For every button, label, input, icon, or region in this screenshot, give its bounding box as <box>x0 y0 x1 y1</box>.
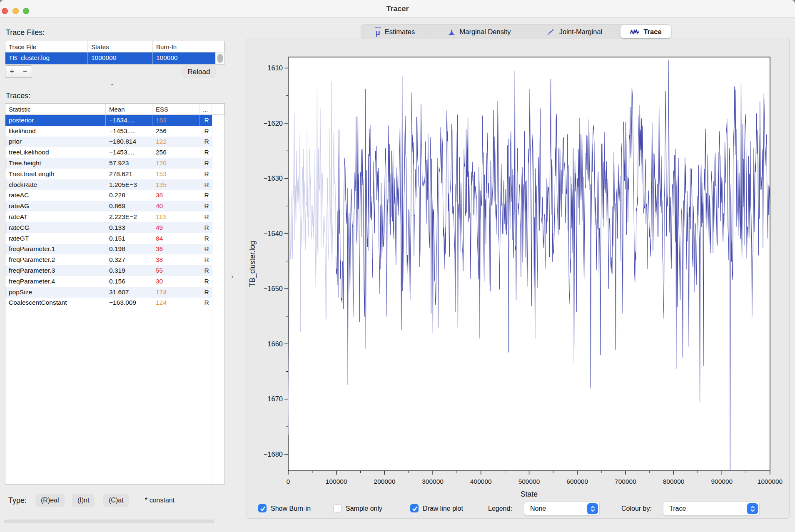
statistic-cell: rateCG <box>5 224 106 231</box>
table-row[interactable]: freqParameter.10.19836R <box>5 244 212 255</box>
x-axis-label: State <box>521 490 538 498</box>
column-header[interactable]: Trace File <box>5 41 88 52</box>
mean-cell: −1634.... <box>106 115 152 126</box>
vertical-scrollbar[interactable] <box>212 115 224 484</box>
mean-cell: 0.228 <box>106 191 152 199</box>
table-row[interactable]: freqParameter.40.15630R <box>5 276 212 287</box>
y-tick-label: −1610 <box>264 64 283 72</box>
table-row[interactable]: freqParameter.20.32738R <box>5 254 212 265</box>
table-row[interactable]: posterior−1634....163R <box>5 115 212 126</box>
x-tick-label: 0 <box>287 478 290 485</box>
type-cell: R <box>199 245 212 253</box>
table-row[interactable]: popSize31.607174R <box>5 287 212 298</box>
joint-marginal-icon <box>547 28 556 35</box>
add-trace-file-button[interactable]: + <box>5 65 19 78</box>
column-header[interactable]: Statistic <box>5 104 106 114</box>
tab-joint-marginal[interactable]: Joint-Marginal <box>529 24 621 39</box>
statistic-cell: treeLikelihood <box>5 149 106 156</box>
mean-cell: 2.223E−2 <box>106 213 152 221</box>
reload-button[interactable]: Reload <box>182 65 216 78</box>
ess-cell: 49 <box>152 224 199 231</box>
horizontal-scrollbar[interactable] <box>4 520 214 523</box>
table-row[interactable]: rateAC0.22838R <box>5 190 212 201</box>
column-header[interactable]: Mean <box>106 104 152 114</box>
table-row[interactable]: CoalescentConstant−163.009124R <box>5 298 212 308</box>
table-row[interactable]: treeLikelihood−1453....256R <box>5 147 212 158</box>
trace-plot[interactable]: −1610−1620−1630−1640−1650−1660−1670−1680… <box>247 38 790 519</box>
draw-line-plot-checkbox[interactable] <box>410 504 419 512</box>
type-cell: R <box>199 191 212 199</box>
y-tick-label: −1630 <box>264 174 283 182</box>
column-header[interactable]: Burn-In <box>153 41 215 52</box>
column-header[interactable]: ESS <box>152 104 199 114</box>
type-cell: R <box>199 224 212 231</box>
collapse-pane-handle-icon[interactable]: ⌃ <box>110 84 115 88</box>
sample-only-label: Sample only <box>346 505 382 512</box>
table-row[interactable]: freqParameter.30.31955R <box>5 265 212 276</box>
trace-icon <box>630 28 640 35</box>
statistic-cell: rateAG <box>5 202 106 210</box>
table-row[interactable]: rateCG0.13349R <box>5 222 212 233</box>
ess-cell: 170 <box>152 159 199 167</box>
window-title: Tracer <box>0 5 795 13</box>
type-button-int[interactable]: (I)nt <box>72 494 95 507</box>
legend-dropdown[interactable]: None <box>524 502 600 516</box>
x-tick-label: 400000 <box>470 478 492 485</box>
tab-label: Marginal Density <box>460 28 511 36</box>
mean-cell: 278.621 <box>106 170 152 178</box>
type-cell: R <box>199 256 212 264</box>
table-row[interactable]: likelihood−1453....256R <box>5 126 212 137</box>
ess-cell: 256 <box>152 127 199 135</box>
ess-cell: 113 <box>152 213 199 221</box>
show-burn-in-checkbox[interactable] <box>258 504 267 512</box>
x-tick-label: 600000 <box>566 478 588 485</box>
sample-only-checkbox[interactable] <box>333 504 341 512</box>
ess-cell: 30 <box>152 278 199 285</box>
mean-cell: −163.009 <box>106 299 152 306</box>
ess-cell: 40 <box>152 202 199 210</box>
ess-cell: 38 <box>152 256 199 264</box>
tab-marginal-density[interactable]: Marginal Density <box>429 24 529 39</box>
x-tick-label: 800000 <box>663 478 685 485</box>
scrollbar-thumb[interactable] <box>217 54 223 63</box>
type-button-cat[interactable]: (C)at <box>103 494 129 507</box>
remove-trace-file-button[interactable]: − <box>18 65 32 78</box>
table-row[interactable]: Tree.treeLength278.621153R <box>5 169 212 179</box>
table-row[interactable]: rateAG0.86940R <box>5 201 212 211</box>
table-row[interactable]: clockRate1.205E−3135R <box>5 179 212 190</box>
y-tick-label: −1650 <box>264 285 283 292</box>
table-cell: 1000000 <box>88 52 153 64</box>
mean-cell: −1453.... <box>106 149 152 156</box>
type-cell: R <box>199 127 212 135</box>
mean-cell: 0.198 <box>106 245 152 253</box>
colour-by-dropdown[interactable]: Trace <box>663 502 760 516</box>
statistic-cell: popSize <box>5 288 106 296</box>
ess-cell: 135 <box>152 181 199 189</box>
statistic-cell: likelihood <box>5 127 106 135</box>
vertical-scrollbar[interactable] <box>215 52 224 64</box>
table-row[interactable]: TB_cluster.log1000000100000 <box>5 52 215 64</box>
table-row[interactable]: rateAT2.223E−2113R <box>5 211 212 222</box>
table-cell: 100000 <box>153 52 215 64</box>
ess-cell: 36 <box>152 245 199 253</box>
type-button-real[interactable]: (R)eal <box>35 494 65 507</box>
collapse-pane-handle-icon[interactable]: ⌃ <box>229 275 233 279</box>
y-axis-label: TB_cluster.log <box>248 241 257 287</box>
x-tick-label: 200000 <box>374 478 396 485</box>
column-header[interactable]: ... <box>199 104 212 114</box>
check-icon <box>259 505 266 512</box>
ess-cell: 122 <box>152 138 199 145</box>
statistic-cell: rateAT <box>5 213 106 221</box>
table-row[interactable]: Tree.height57.923170R <box>5 158 212 169</box>
tab-trace[interactable]: Trace <box>621 25 671 38</box>
legend-dropdown-value: None <box>530 502 546 515</box>
column-header[interactable]: States <box>88 41 153 52</box>
table-row[interactable]: prior−180.814122R <box>5 137 212 147</box>
colour-by-dropdown-value: Trace <box>669 502 686 515</box>
tab-estimates[interactable]: μEstimates <box>361 24 429 39</box>
table-row[interactable]: rateGT0.15184R <box>5 233 212 244</box>
type-cell: R <box>199 213 212 221</box>
statistic-cell: CoalescentConstant <box>5 299 106 306</box>
statistic-cell: Tree.height <box>5 159 106 167</box>
draw-line-plot-label: Draw line plot <box>423 505 463 512</box>
